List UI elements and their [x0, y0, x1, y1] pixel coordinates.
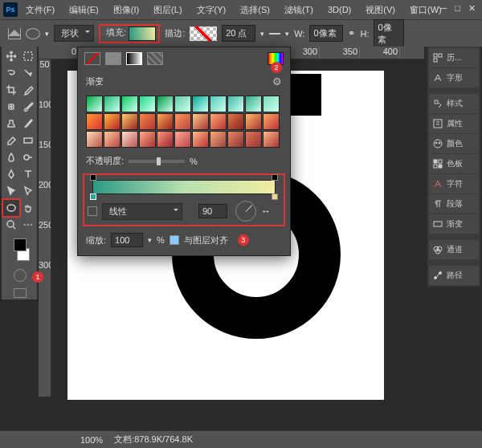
- menu-3d[interactable]: 3D(D): [321, 2, 357, 17]
- gradient-preset[interactable]: [104, 96, 120, 112]
- gradient-preset[interactable]: [104, 131, 120, 148]
- path-select-tool[interactable]: [3, 183, 19, 199]
- menu-filter[interactable]: 滤镜(T): [278, 2, 320, 18]
- gradient-preset[interactable]: [157, 96, 174, 112]
- panel-styles[interactable]: 样式: [429, 94, 479, 113]
- quickmask-icon[interactable]: [14, 269, 27, 282]
- history-brush-tool[interactable]: [20, 116, 36, 132]
- menu-layer[interactable]: 图层(L): [147, 2, 188, 18]
- panel-glyphs[interactable]: 字形: [429, 68, 479, 88]
- gradient-preset[interactable]: [227, 113, 244, 130]
- gradient-preset[interactable]: [245, 131, 262, 148]
- brush-tool[interactable]: [20, 99, 36, 115]
- panel-history[interactable]: 历...: [429, 48, 479, 67]
- gradient-preset[interactable]: [157, 131, 174, 148]
- stroke-width-field[interactable]: 20 点: [222, 25, 255, 42]
- gradient-preset[interactable]: [139, 113, 156, 130]
- gradient-preset[interactable]: [192, 131, 209, 148]
- stroke-swatch[interactable]: [190, 26, 217, 41]
- fill-solid[interactable]: [105, 52, 121, 65]
- opacity-stop-right[interactable]: [272, 174, 278, 181]
- gradient-tool[interactable]: [20, 132, 36, 149]
- shape-mode-dropdown[interactable]: 形状: [54, 25, 94, 42]
- move-tool[interactable]: [3, 48, 19, 64]
- scale-field[interactable]: 100: [111, 233, 143, 247]
- eraser-tool[interactable]: [3, 132, 19, 149]
- opacity-slider[interactable]: [129, 160, 185, 163]
- foreground-swatch[interactable]: [14, 238, 27, 251]
- gradient-preset[interactable]: [174, 96, 191, 112]
- panel-swatches[interactable]: 色板: [429, 154, 479, 173]
- gradient-preset[interactable]: [121, 96, 138, 112]
- panel-properties[interactable]: 属性: [429, 114, 479, 133]
- color-stop-right[interactable]: [272, 193, 278, 200]
- color-stop-left[interactable]: [90, 193, 96, 200]
- gradient-preset[interactable]: [157, 113, 174, 130]
- gradient-preset[interactable]: [210, 131, 227, 148]
- panel-gradients[interactable]: 渐变: [429, 214, 479, 234]
- pen-tool[interactable]: [3, 166, 19, 182]
- eyedropper-tool[interactable]: [20, 82, 36, 98]
- menu-view[interactable]: 视图(V): [359, 2, 402, 18]
- edit-toolbar[interactable]: ⋯: [20, 217, 36, 233]
- angle-dial[interactable]: [235, 201, 256, 222]
- opacity-stop-left[interactable]: [90, 174, 96, 181]
- lasso-tool[interactable]: [3, 65, 19, 81]
- fill-swatch[interactable]: [129, 26, 156, 41]
- ellipse-tool[interactable]: [3, 200, 19, 216]
- gradient-preset[interactable]: [139, 131, 156, 148]
- gradient-preset[interactable]: [86, 131, 103, 148]
- tool-preset-icon[interactable]: [26, 28, 40, 39]
- link-icon[interactable]: ⚭: [348, 28, 355, 39]
- fill-gradient[interactable]: [126, 52, 142, 65]
- reverse-icon[interactable]: ↔: [261, 206, 271, 217]
- screenmode-icon[interactable]: [14, 288, 27, 298]
- zoom-level[interactable]: 100%: [80, 435, 103, 445]
- gradient-preset[interactable]: [227, 96, 244, 112]
- gradient-preset[interactable]: [263, 113, 280, 130]
- width-field[interactable]: 0像素: [309, 25, 343, 42]
- quick-select-tool[interactable]: [20, 65, 36, 81]
- menu-image[interactable]: 图像(I): [107, 2, 145, 18]
- stamp-tool[interactable]: [3, 116, 19, 132]
- menu-edit[interactable]: 编辑(E): [63, 2, 105, 18]
- panel-channels[interactable]: 通道: [429, 240, 479, 259]
- gradient-preset[interactable]: [139, 96, 156, 112]
- crop-tool[interactable]: [3, 82, 19, 98]
- gradient-preset[interactable]: [104, 113, 120, 130]
- gear-icon[interactable]: ⚙: [272, 75, 282, 88]
- gradient-preset[interactable]: [121, 113, 138, 130]
- fill-pattern[interactable]: [147, 52, 163, 65]
- direct-select-tool[interactable]: [20, 183, 36, 199]
- gradient-preset[interactable]: [245, 96, 262, 112]
- blur-tool[interactable]: [3, 149, 19, 165]
- gradient-preset[interactable]: [210, 113, 227, 130]
- gradient-preset[interactable]: [192, 96, 209, 112]
- gradient-preset[interactable]: [121, 131, 138, 148]
- minimize-icon[interactable]: ─: [441, 3, 447, 14]
- gradient-preset[interactable]: [263, 96, 280, 112]
- menu-file[interactable]: 文件(F): [19, 2, 61, 18]
- align-checkbox[interactable]: [170, 235, 179, 245]
- panel-color[interactable]: 颜色: [429, 134, 479, 153]
- gradient-preset[interactable]: [210, 96, 227, 112]
- dodge-tool[interactable]: [20, 149, 36, 165]
- type-tool[interactable]: [20, 166, 36, 182]
- fill-none[interactable]: [84, 52, 100, 65]
- gradient-preset[interactable]: [86, 96, 103, 112]
- maximize-icon[interactable]: □: [455, 3, 460, 14]
- hand-tool[interactable]: [20, 200, 36, 216]
- gradient-preset[interactable]: [227, 131, 244, 148]
- panel-paths[interactable]: 路径: [429, 266, 479, 285]
- healing-tool[interactable]: [3, 99, 19, 115]
- gradient-bar[interactable]: [92, 180, 276, 194]
- home-icon[interactable]: [8, 28, 21, 39]
- gradient-preset[interactable]: [192, 113, 209, 130]
- gradient-preset[interactable]: [174, 131, 191, 148]
- linear-checkbox[interactable]: [88, 206, 97, 216]
- menu-type[interactable]: 文字(Y): [190, 2, 233, 18]
- artboard-tool[interactable]: [20, 48, 36, 64]
- gradient-preset[interactable]: [86, 113, 103, 130]
- panel-character[interactable]: 字符: [429, 174, 479, 193]
- gradient-type-dropdown[interactable]: 线性: [102, 203, 182, 220]
